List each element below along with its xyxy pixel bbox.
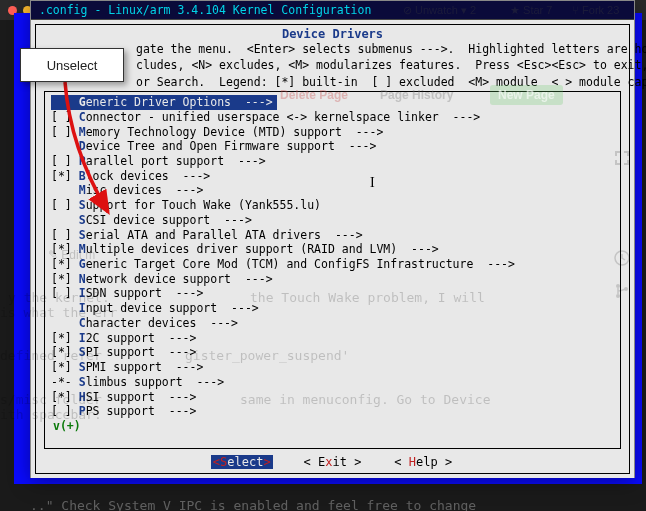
annotation-callout: Unselect xyxy=(20,48,124,82)
section-title: Device Drivers xyxy=(42,27,623,41)
menu-item[interactable]: Device Tree and Open Firmware support --… xyxy=(51,139,614,154)
menu-item[interactable]: [ ] PPS support ---> xyxy=(51,404,614,419)
instructions-line1: gate the menu. <Enter> selects submenus … xyxy=(46,42,619,56)
menu-item[interactable]: SCSI device support ---> xyxy=(51,213,614,228)
ghost-check: .." Check System V IPC is enabled and fe… xyxy=(30,498,476,511)
terminal-body: Device Drivers gate the menu. <Enter> se… xyxy=(31,20,634,478)
menu-item[interactable]: [ ] Support for Touch Wake (Yank555.lu) xyxy=(51,198,614,213)
scroll-indicator: v(+) xyxy=(53,419,614,433)
menu-item[interactable]: [ ] Parallel port support ---> xyxy=(51,154,614,169)
menu-item[interactable]: [*] Network device support ---> xyxy=(51,272,614,287)
menu-item[interactable]: Generic Driver Options ---> xyxy=(51,95,277,110)
exit-button[interactable]: < Exit > xyxy=(302,455,364,469)
menu-item[interactable]: [ ] ISDN support ---> xyxy=(51,286,614,301)
menu-list[interactable]: Generic Driver Options --->[ ] Connector… xyxy=(44,91,621,449)
menu-item[interactable]: [ ] Memory Technology Device (MTD) suppo… xyxy=(51,125,614,140)
select-button[interactable]: <Select> xyxy=(211,455,273,469)
menu-item[interactable]: -*- Slimbus support ---> xyxy=(51,375,614,390)
menuconfig-frame: Device Drivers gate the menu. <Enter> se… xyxy=(35,24,630,474)
menu-item[interactable]: [ ] Serial ATA and Parallel ATA drivers … xyxy=(51,228,614,243)
menu-item[interactable]: Character devices ---> xyxy=(51,316,614,331)
button-row: <Select> < Exit > < Help > xyxy=(42,455,623,469)
help-button[interactable]: < Help > xyxy=(392,455,454,469)
menu-item[interactable]: [*] I2C support ---> xyxy=(51,331,614,346)
menu-item[interactable]: [*] Multiple devices driver support (RAI… xyxy=(51,242,614,257)
menu-item[interactable]: [ ] Connector - unified userspace <-> ke… xyxy=(51,110,614,125)
instructions-line2: cludes, <N> excludes, <M> modularizes fe… xyxy=(46,58,619,72)
menu-item[interactable]: [*] SPMI support ---> xyxy=(51,360,614,375)
text-cursor-icon: I xyxy=(370,175,375,191)
instructions-line3: or Search. Legend: [*] built-in [ ] excl… xyxy=(46,75,619,89)
terminal-title: .config - Linux/arm 3.4.104 Kernel Confi… xyxy=(31,1,634,20)
menu-item[interactable]: [*] SPI support ---> xyxy=(51,345,614,360)
menu-item[interactable]: [*] Generic Target Core Mod (TCM) and Co… xyxy=(51,257,614,272)
menu-item[interactable]: [*] HSI support ---> xyxy=(51,390,614,405)
menu-item[interactable]: [*] Block devices ---> xyxy=(51,169,614,184)
menu-item[interactable]: Input device support ---> xyxy=(51,301,614,316)
menu-item[interactable]: Misc devices ---> xyxy=(51,183,614,198)
